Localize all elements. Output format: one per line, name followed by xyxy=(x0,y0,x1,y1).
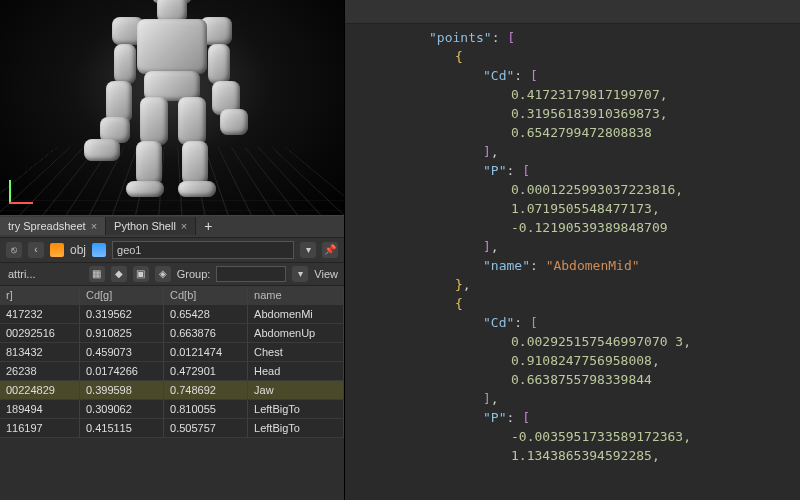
editor-breadcrumb xyxy=(345,0,800,24)
group-label: Group: xyxy=(177,268,211,280)
panel-tabs: try Spreadsheet × Python Shell × + xyxy=(0,216,344,238)
view-label[interactable]: View xyxy=(314,268,338,280)
cell: AbdomenUp xyxy=(248,323,344,342)
tab-python-shell[interactable]: Python Shell × xyxy=(106,217,196,235)
cell: 189494 xyxy=(0,399,79,418)
cell: LeftBigTo xyxy=(248,418,344,437)
vertex-icon[interactable]: ◆ xyxy=(111,266,127,282)
table-row[interactable]: 262380.01742660.472901Head xyxy=(0,361,344,380)
attri-label[interactable]: attri... xyxy=(6,268,38,280)
cell: Jaw xyxy=(248,380,344,399)
filter-bar: attri... ▦ ◆ ▣ ◈ Group: ▾ View xyxy=(0,263,344,286)
cell: 417232 xyxy=(0,304,79,323)
cell: 00224829 xyxy=(0,380,79,399)
chevron-left-icon[interactable]: ‹ xyxy=(28,242,44,258)
cell: LeftBigTo xyxy=(248,399,344,418)
cell: 116197 xyxy=(0,418,79,437)
close-icon[interactable]: × xyxy=(91,220,97,232)
axis-gizmo xyxy=(6,177,36,207)
cell: 0.663876 xyxy=(164,323,248,342)
cell: 0.472901 xyxy=(164,361,248,380)
dropdown-icon[interactable]: ▾ xyxy=(300,242,316,258)
table-row[interactable]: 002248290.3995980.748692Jaw xyxy=(0,380,344,399)
geo-icon xyxy=(92,243,106,257)
group-input[interactable] xyxy=(216,266,286,282)
table-row[interactable]: 002925160.9108250.663876AbdomenUp xyxy=(0,323,344,342)
tab-spreadsheet[interactable]: try Spreadsheet × xyxy=(0,217,106,235)
table-row[interactable]: 4172320.3195620.65428AbdomenMi xyxy=(0,304,344,323)
col-cdg[interactable]: Cd[g] xyxy=(79,286,163,305)
filter-icon[interactable]: ▾ xyxy=(292,266,308,282)
cell: 0.459073 xyxy=(79,342,163,361)
table-row[interactable]: 1894940.3090620.810055LeftBigTo xyxy=(0,399,344,418)
close-icon[interactable]: × xyxy=(181,220,187,232)
detail-icon[interactable]: ◈ xyxy=(155,266,171,282)
cell: 0.415115 xyxy=(79,418,163,437)
cell: 0.399598 xyxy=(79,380,163,399)
cell: AbdomenMi xyxy=(248,304,344,323)
prim-icon[interactable]: ▣ xyxy=(133,266,149,282)
code-editor[interactable]: "points": [ { "Cd": [ 0.4172317981719970… xyxy=(345,24,800,500)
header-row: r] Cd[g] Cd[b] name xyxy=(0,286,344,305)
add-tab-button[interactable]: + xyxy=(196,216,220,236)
character-mesh xyxy=(92,0,252,199)
cell: 26238 xyxy=(0,361,79,380)
pin-icon[interactable]: ⎋ xyxy=(6,242,22,258)
cell: Chest xyxy=(248,342,344,361)
cell: 00292516 xyxy=(0,323,79,342)
path-input[interactable] xyxy=(112,241,294,259)
cell: 0.748692 xyxy=(164,380,248,399)
obj-icon xyxy=(50,243,64,257)
col-cdb[interactable]: Cd[b] xyxy=(164,286,248,305)
cell: 0.0174266 xyxy=(79,361,163,380)
col-name[interactable]: name xyxy=(248,286,344,305)
cell: Head xyxy=(248,361,344,380)
col-r[interactable]: r] xyxy=(0,286,79,305)
spreadsheet[interactable]: r] Cd[g] Cd[b] name 4172320.3195620.6542… xyxy=(0,286,344,501)
cell: 0.910825 xyxy=(79,323,163,342)
tab-label: Python Shell xyxy=(114,220,176,232)
pin2-icon[interactable]: 📌 xyxy=(322,242,338,258)
viewport-3d[interactable] xyxy=(0,0,344,216)
cell: 0.810055 xyxy=(164,399,248,418)
table-row[interactable]: 1161970.4151150.505757LeftBigTo xyxy=(0,418,344,437)
cell: 0.505757 xyxy=(164,418,248,437)
points-icon[interactable]: ▦ xyxy=(89,266,105,282)
table-row[interactable]: 8134320.4590730.0121474Chest xyxy=(0,342,344,361)
cell: 0.65428 xyxy=(164,304,248,323)
cell: 0.309062 xyxy=(79,399,163,418)
cell: 813432 xyxy=(0,342,79,361)
node-path-bar: ⎋ ‹ obj ▾ 📌 xyxy=(0,238,344,263)
path-obj[interactable]: obj xyxy=(70,243,86,257)
cell: 0.319562 xyxy=(79,304,163,323)
tab-label: try Spreadsheet xyxy=(8,220,86,232)
cell: 0.0121474 xyxy=(164,342,248,361)
